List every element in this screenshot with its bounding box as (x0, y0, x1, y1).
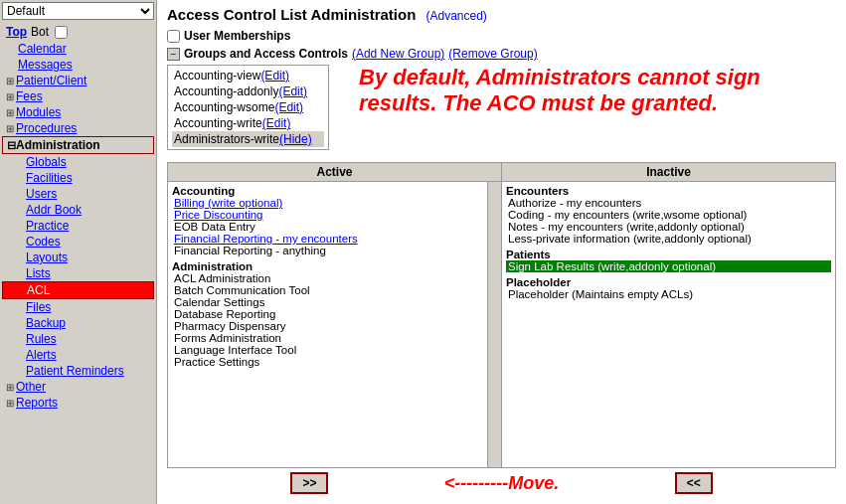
acl-item: Notes - my encounters (write,addonly opt… (506, 221, 831, 233)
group-edit-link[interactable]: (Edit) (274, 100, 303, 114)
group-item[interactable]: Accounting-addonly(Edit) (172, 84, 324, 99)
acl-section-header: Accounting (172, 185, 497, 197)
acl-section-header: Administration (172, 260, 497, 272)
sidebar-item-other[interactable]: ⊞ Other (2, 379, 154, 395)
acl-item: Database Reporting (172, 308, 497, 320)
move-left-button[interactable]: << (675, 472, 713, 494)
sidebar-item-codes[interactable]: Codes (2, 234, 154, 250)
sidebar-item-calendar[interactable]: Calendar (2, 41, 154, 57)
sidebar: Default Top Bot CalendarMessages⊞ Patien… (0, 0, 157, 504)
user-memberships-row: User Memberships (167, 29, 836, 43)
sidebar-dropdown[interactable]: Default (2, 2, 154, 20)
group-edit-link[interactable]: (Edit) (278, 84, 307, 98)
advanced-link[interactable]: (Advanced) (425, 9, 486, 23)
acl-tables-wrapper: Active AccountingBilling (write optional… (167, 162, 836, 498)
sidebar-item-modules[interactable]: ⊞ Modules (2, 104, 154, 120)
acl-section-header: Placeholder (506, 276, 831, 288)
active-scrollbar[interactable] (487, 182, 501, 467)
inactive-body[interactable]: EncountersAuthorize - my encountersCodin… (502, 182, 835, 467)
expand-icon: ⊞ (6, 382, 14, 393)
annotation-text: By default, Administrators cannot sign r… (359, 65, 836, 117)
sidebar-item-addr-book[interactable]: Addr Book (2, 202, 154, 218)
group-edit-link[interactable]: (Edit) (260, 69, 289, 83)
acl-columns: Active AccountingBilling (write optional… (167, 162, 836, 468)
remove-group-link[interactable]: (Remove Group) (448, 47, 537, 61)
acl-item: EOB Data Entry (172, 221, 497, 233)
acl-item: Financial Reporting - anything (172, 245, 497, 256)
group-item[interactable]: Accounting-view(Edit) (172, 68, 324, 84)
sidebar-item-practice[interactable]: Practice (2, 218, 154, 234)
sidebar-item-procedures[interactable]: ⊞ Procedures (2, 120, 154, 136)
acl-item: Pharmacy Dispensary (172, 320, 497, 332)
expand-icon: ⊞ (6, 107, 14, 118)
sidebar-item-rules[interactable]: Rules (2, 331, 154, 347)
group-name: Accounting-write (174, 116, 262, 130)
acl-item: Language Interface Tool (172, 344, 497, 356)
sidebar-item-files[interactable]: Files (2, 299, 154, 315)
user-memberships-label: User Memberships (184, 29, 290, 43)
groups-and-annotation: Accounting-view(Edit)Accounting-addonly(… (167, 65, 836, 156)
acl-item: Batch Communication Tool (172, 284, 497, 296)
expand-icon: ⊞ (6, 398, 14, 409)
acl-item[interactable]: Sign Lab Results (write,addonly optional… (506, 260, 831, 272)
top-link[interactable]: Top (6, 25, 27, 39)
sidebar-item-reports[interactable]: ⊞ Reports (2, 395, 154, 411)
active-body[interactable]: AccountingBilling (write optional)Price … (168, 182, 501, 467)
acl-item: Placeholder (Maintains empty ACLs) (506, 288, 831, 300)
nav-items: CalendarMessages⊞ Patient/Client⊞ Fees⊞ … (2, 41, 154, 411)
add-group-link[interactable]: (Add New Group) (352, 47, 444, 61)
user-memberships-checkbox[interactable] (167, 30, 180, 43)
sidebar-item-alerts[interactable]: Alerts (2, 347, 154, 363)
page-title: Access Control List Administration (Adva… (167, 6, 836, 23)
expand-icon: ⊞ (6, 91, 14, 102)
acl-item: Coding - my encounters (write,wsome opti… (506, 209, 831, 221)
group-name: Accounting-view (174, 69, 260, 83)
acl-section-header: Patients (506, 249, 831, 260)
bot-checkbox[interactable] (55, 26, 68, 39)
group-edit-link[interactable]: (Edit) (262, 116, 291, 130)
sidebar-item-globals[interactable]: Globals (2, 154, 154, 170)
active-header: Active (168, 163, 501, 182)
acl-item: Calendar Settings (172, 296, 497, 308)
group-name: Accounting-wsome (174, 100, 274, 114)
sidebar-item-messages[interactable]: Messages (2, 57, 154, 73)
group-item[interactable]: Accounting-write(Edit) (172, 115, 324, 131)
acl-item[interactable]: Financial Reporting - my encounters (172, 233, 497, 245)
group-edit-link[interactable]: (Hide) (279, 132, 312, 146)
acl-item: Forms Administration (172, 332, 497, 344)
expand-icon: ⊞ (6, 76, 14, 86)
sidebar-item-acl[interactable]: ACL (2, 281, 154, 299)
acl-item[interactable]: Price Discounting (172, 209, 497, 221)
acl-item[interactable]: Billing (write optional) (172, 197, 497, 209)
sidebar-item-backup[interactable]: Backup (2, 315, 154, 331)
group-item[interactable]: Administrators-write(Hide) (172, 131, 324, 147)
sidebar-item-patient/client[interactable]: ⊞ Patient/Client (2, 73, 154, 88)
sidebar-item-administration[interactable]: ⊟ Administration (2, 136, 154, 154)
active-col: Active AccountingBilling (write optional… (168, 163, 502, 467)
inactive-col: Inactive EncountersAuthorize - my encoun… (502, 163, 835, 467)
sidebar-item-lists[interactable]: Lists (2, 265, 154, 281)
group-name: Accounting-addonly (174, 84, 278, 98)
sidebar-item-facilities[interactable]: Facilities (2, 170, 154, 186)
top-bot-row: Top Bot (2, 23, 154, 41)
sidebar-item-layouts[interactable]: Layouts (2, 250, 154, 265)
groups-row: − Groups and Access Controls (Add New Gr… (167, 47, 836, 61)
inactive-header: Inactive (502, 163, 835, 182)
expand-icon: ⊞ (6, 123, 14, 134)
sidebar-item-patient-reminders[interactable]: Patient Reminders (2, 363, 154, 379)
acl-item: ACL Administration (172, 272, 497, 284)
groups-list: Accounting-view(Edit)Accounting-addonly(… (167, 65, 329, 150)
group-name: Administrators-write (174, 132, 279, 146)
move-annotation: <---------Move. (444, 473, 559, 494)
group-item[interactable]: Accounting-wsome(Edit) (172, 99, 324, 115)
sidebar-item-fees[interactable]: ⊞ Fees (2, 88, 154, 104)
groups-expand-icon[interactable]: − (167, 48, 180, 61)
acl-section-header: Encounters (506, 185, 831, 197)
sidebar-item-users[interactable]: Users (2, 186, 154, 202)
move-right-button[interactable]: >> (290, 472, 328, 494)
acl-item: Practice Settings (172, 356, 497, 368)
bot-label: Bot (31, 25, 49, 39)
main-content: Access Control List Administration (Adva… (157, 0, 846, 504)
page-title-text: Access Control List Administration (167, 6, 416, 23)
sidebar-select[interactable]: Default (2, 2, 154, 20)
